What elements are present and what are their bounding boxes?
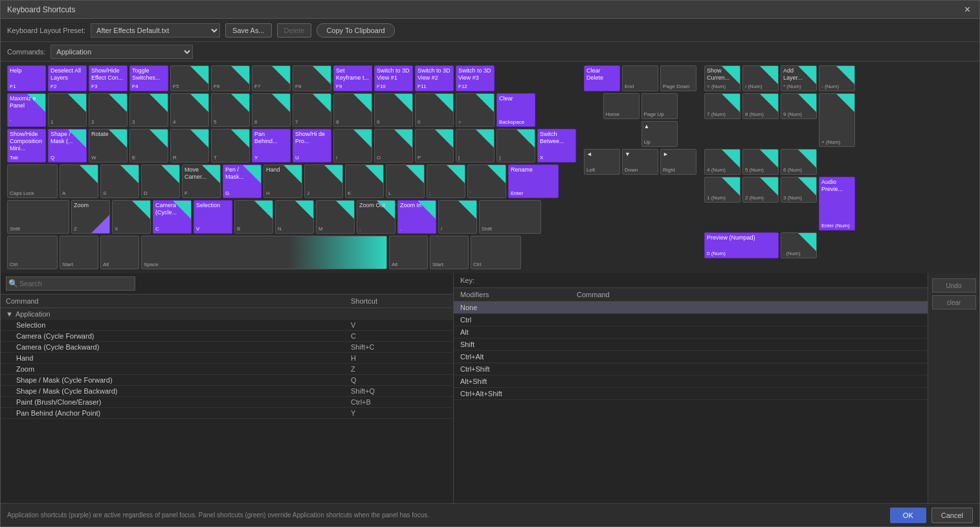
key-start-left[interactable]: Start [60, 236, 98, 269]
key-num4[interactable]: 4 (Num) [704, 149, 741, 175]
key-z[interactable]: ZoomZ [71, 200, 110, 234]
key-f12[interactable]: Switch to 3D View #3F12 [456, 65, 495, 91]
save-as-button[interactable]: Save As... [225, 23, 272, 38]
key-end[interactable]: End [622, 65, 658, 91]
key-v[interactable]: SelectionV [194, 200, 232, 234]
key-f2[interactable]: Deselect All LayersF2 [48, 65, 87, 91]
key-7[interactable]: 7 [293, 93, 331, 127]
modifier-row[interactable]: Shift [454, 339, 928, 351]
key-ctrl-right[interactable]: Ctrl [471, 236, 521, 269]
key-g[interactable]: Pen / Mask...G [223, 164, 262, 198]
key-comma[interactable]: Zoom Out, [357, 200, 395, 234]
modifier-row[interactable]: Ctrl+Alt+Shift [454, 388, 928, 400]
key-num-enter[interactable]: Audio Previe...Enter (Num) [819, 177, 855, 230]
clear-button[interactable]: clear [932, 295, 976, 309]
table-row[interactable]: Camera (Cycle Backward) Shift+C [1, 342, 453, 353]
copy-to-clipboard-button[interactable]: Copy To Clipboard [317, 23, 394, 38]
key-i[interactable]: I [333, 129, 372, 163]
key-f9[interactable]: Set Keyframe t...F9 [333, 65, 372, 91]
key-down[interactable]: ▼Down [622, 149, 658, 175]
key-semicolon[interactable]: ; [427, 164, 465, 198]
key-num2[interactable]: 2 (Num) [742, 177, 779, 203]
key-o[interactable]: O [374, 129, 413, 163]
key-n[interactable]: N [275, 200, 314, 234]
modifier-row[interactable]: Alt+Shift [454, 376, 928, 388]
key-b[interactable]: B [234, 200, 273, 234]
key-f[interactable]: Move Camer...F [182, 164, 221, 198]
key-q[interactable]: Shape / Mask (...Q [48, 129, 87, 163]
key-f11[interactable]: Switch to 3D View #2F11 [415, 65, 454, 91]
key-r[interactable]: R [170, 129, 209, 163]
key-s[interactable]: S [100, 164, 139, 198]
key-2[interactable]: 2 [89, 93, 128, 127]
cancel-button[interactable]: Cancel [931, 508, 973, 523]
table-row[interactable]: Zoom Z [1, 364, 453, 375]
close-button[interactable]: × [962, 4, 973, 16]
key-bracket-close[interactable]: ] [496, 129, 535, 163]
key-h[interactable]: HandH [263, 164, 302, 198]
key-home[interactable]: Home [603, 93, 640, 119]
table-row[interactable]: Paint (Brush/Clone/Eraser) Ctrl+B [1, 397, 453, 408]
key-f4[interactable]: Toggle Switches...F4 [129, 65, 168, 91]
key-f8[interactable]: F8 [293, 65, 331, 91]
table-row[interactable]: Camera (Cycle Forward) C [1, 331, 453, 342]
key-j[interactable]: J [304, 164, 343, 198]
key-right[interactable]: ►Right [660, 149, 696, 175]
key-l[interactable]: L [386, 164, 425, 198]
key-pgdown[interactable]: Page Down [660, 65, 696, 91]
key-u[interactable]: Show/Hi de Pro...U [293, 129, 331, 163]
commands-select[interactable]: Application [50, 45, 193, 59]
key-num-star[interactable]: Add Layer...* (Num) [781, 65, 817, 91]
key-9[interactable]: 9 [374, 93, 413, 127]
key-num-minus[interactable]: - (Num) [819, 65, 855, 91]
key-left[interactable]: ◄Left [584, 149, 620, 175]
key-x-switch[interactable]: Switch Betwee...X [537, 129, 576, 163]
key-alt-left[interactable]: Alt [100, 236, 139, 269]
key-f3[interactable]: Show/Hide Effect Con...F3 [89, 65, 128, 91]
key-shift-left[interactable]: Shift [7, 200, 69, 234]
key-num0[interactable]: Preview (Numpad)0 (Num) [704, 232, 779, 258]
key-pgup[interactable]: Page Up [641, 93, 678, 119]
key-num-plus[interactable]: + (Num) [819, 93, 855, 147]
key-backspace[interactable]: ClearBackspace [496, 93, 535, 127]
key-f1[interactable]: HelpF1 [7, 65, 46, 91]
key-ctrl-left[interactable]: Ctrl [7, 236, 58, 269]
key-shift-right[interactable]: Shift [479, 200, 541, 234]
modifier-row[interactable]: None [454, 302, 928, 314]
key-start-right[interactable]: Start [430, 236, 469, 269]
modifier-row[interactable]: Ctrl [454, 314, 928, 326]
key-slash[interactable]: / [438, 200, 477, 234]
table-row[interactable]: Hand H [1, 353, 453, 364]
key-num1[interactable]: 1 (Num) [704, 177, 741, 203]
key-0[interactable]: 0 [415, 93, 454, 127]
key-w[interactable]: RotateW [89, 129, 128, 163]
key-num6[interactable]: 6 (Num) [781, 149, 817, 175]
key-tab[interactable]: Show/Hide Composition Mini...Tab [7, 129, 46, 163]
key-backtick[interactable]: Maximiz e Panel` [7, 93, 46, 127]
key-quote[interactable]: ' [467, 164, 506, 198]
table-row[interactable]: Pan Behind (Anchor Point) Y [1, 408, 453, 419]
key-m[interactable]: M [316, 200, 355, 234]
key-space[interactable]: Space [141, 236, 387, 269]
undo-button[interactable]: Undo [932, 278, 976, 293]
key-capslock[interactable]: Caps Lock [7, 164, 58, 198]
key-up[interactable]: ▲Up [641, 121, 678, 147]
key-f10[interactable]: Switch to 3D View #1F10 [374, 65, 413, 91]
key-num-dot[interactable]: . (Num) [781, 232, 817, 258]
key-period[interactable]: Zoom In. [397, 200, 436, 234]
key-num-slash[interactable]: / (Num) [742, 65, 779, 91]
key-6[interactable]: 6 [252, 93, 291, 127]
ok-button[interactable]: OK [890, 508, 926, 523]
key-num3[interactable]: 3 (Num) [781, 177, 817, 203]
key-e[interactable]: E [129, 129, 168, 163]
key-a[interactable]: A [60, 164, 98, 198]
table-row[interactable]: Shape / Mask (Cycle Backward) Shift+Q [1, 386, 453, 397]
key-x-key[interactable]: X [112, 200, 151, 234]
key-p[interactable]: P [415, 129, 454, 163]
key-f5[interactable]: F5 [170, 65, 209, 91]
modifier-row[interactable]: Ctrl+Shift [454, 363, 928, 376]
key-num8[interactable]: 8 (Num) [742, 93, 779, 119]
modifier-row[interactable]: Ctrl+Alt [454, 351, 928, 363]
key-f6[interactable]: F6 [211, 65, 250, 91]
key-num5[interactable]: 5 (Num) [742, 149, 779, 175]
